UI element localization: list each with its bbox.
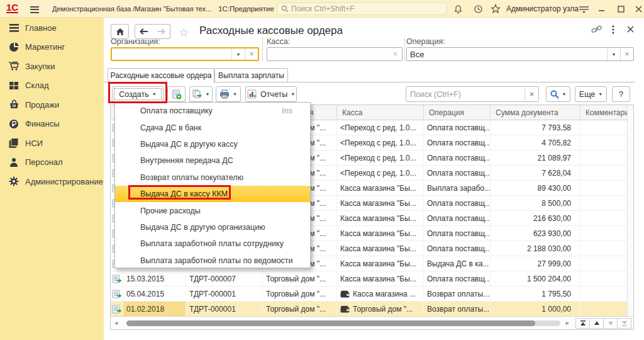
more-button[interactable]: Еще▼	[575, 86, 607, 102]
cell-sum[interactable]: 1 500 204,00	[491, 271, 580, 286]
cell-operation[interactable]: Возврат оплаты...	[424, 302, 491, 316]
cell-organization[interactable]: Торговый дом "...	[263, 302, 337, 316]
table-row[interactable]: 15.03.2015ТДРТ-000007Торговый дом "...Ка…	[111, 271, 633, 286]
sidebar-item-main-menu[interactable]: Главное	[0, 18, 104, 38]
column-header[interactable]: Комментарий	[580, 105, 628, 120]
scroll-right-icon[interactable]: ►	[565, 320, 570, 326]
cell-kassa[interactable]: <Переход с ред. 1.0...	[337, 135, 424, 150]
cell-number[interactable]: ТДРТ-000001	[186, 286, 263, 301]
go-up-button[interactable]	[589, 318, 604, 329]
column-header[interactable]: Операция	[424, 105, 491, 120]
column-header[interactable]: Сумма документа	[491, 105, 580, 120]
menu-item[interactable]: Выплата заработной платы по ведомости	[115, 252, 310, 269]
sidebar-item-personnel[interactable]: Персонал	[0, 153, 104, 173]
go-first-button[interactable]	[575, 318, 590, 329]
org-filter-combobox[interactable]: ▼ ×	[111, 47, 259, 61]
operation-filter-combobox[interactable]: Все ▼ ×	[406, 47, 634, 61]
list-search-clear-icon[interactable]: ×	[525, 87, 538, 101]
cell-sum[interactable]: 623 930,00	[491, 226, 580, 241]
cell-sum[interactable]: 7 793,58	[491, 120, 580, 135]
sidebar-item-finance[interactable]: Финансы	[0, 115, 104, 134]
cell-kassa[interactable]: <Переход с ред. 1.0...	[337, 120, 424, 135]
cell-date[interactable]: 05.04.2015	[123, 286, 186, 301]
go-last-button[interactable]	[617, 318, 631, 329]
cell-date[interactable]: 15.03.2015	[123, 271, 186, 286]
cell-sum[interactable]: 2 188 030,00	[491, 241, 580, 256]
cell-kassa[interactable]: <Переход с ред. 1.0...	[337, 166, 424, 180]
cell-comment[interactable]	[580, 271, 628, 286]
close-page-icon[interactable]	[627, 25, 634, 35]
sidebar-item-sales[interactable]: Продажи	[0, 95, 104, 115]
print-button[interactable]: ▼	[216, 86, 241, 102]
menu-item[interactable]: Выдача ДС в другую кассу	[115, 136, 310, 152]
cell-sum[interactable]: 4 705,82	[491, 135, 580, 150]
cell-operation[interactable]: Оплата поставщ...	[424, 211, 491, 225]
tab-cash-orders[interactable]: Расходные кассовые ордера	[108, 68, 214, 83]
tab-salary-payment[interactable]: Выплата зарплаты	[214, 68, 288, 82]
cell-comment[interactable]	[580, 120, 628, 135]
kassa-filter-field[interactable]: ×	[267, 47, 402, 61]
org-dropdown-icon[interactable]: ▼	[231, 48, 245, 60]
menu-item[interactable]: Оплата поставщикуIns	[115, 103, 310, 119]
cell-sum[interactable]: 89 430,00	[491, 181, 580, 195]
maximize-button[interactable]	[615, 3, 626, 14]
minimize-button[interactable]	[596, 3, 608, 14]
cell-kassa[interactable]: Касса магазина "Бы...	[337, 241, 424, 256]
sidebar-item-warehouse[interactable]: Склад	[0, 76, 104, 96]
cell-operation[interactable]: Возврат оплаты...	[424, 286, 491, 301]
cell-sum[interactable]: 1 000,00	[491, 302, 580, 316]
operation-clear-icon[interactable]: ×	[620, 48, 633, 60]
cell-kassa[interactable]: <Переход с ред. 1.0...	[337, 150, 424, 165]
cell-date[interactable]: 01.02.2018	[123, 302, 186, 316]
operation-dropdown-icon[interactable]: ▼	[607, 48, 620, 60]
cell-comment[interactable]	[580, 286, 628, 301]
sidebar-item-marketing[interactable]: Маркетинг	[0, 38, 104, 57]
cell-kassa[interactable]: Касса магазина "Бы...	[337, 211, 424, 225]
global-search-input[interactable]: Поиск Ctrl+Shift+F	[277, 3, 447, 15]
cell-comment[interactable]	[580, 226, 628, 241]
favorite-page-star-icon[interactable]: ☆	[179, 26, 189, 40]
menu-item[interactable]: Сдача ДС в банк	[115, 119, 310, 135]
menu-item[interactable]: Внутренняя передача ДС	[115, 152, 310, 169]
cell-kassa[interactable]: Касса магазина "Бы...	[337, 256, 424, 271]
vertical-scrollbar[interactable]	[627, 105, 633, 317]
cell-operation[interactable]: Оплата поставщ...	[424, 120, 491, 135]
cell-sum[interactable]: 7 628,04	[491, 166, 580, 180]
cell-number[interactable]: ТДРТ-000007	[186, 271, 263, 286]
cell-comment[interactable]	[580, 150, 628, 165]
cell-comment[interactable]	[580, 241, 628, 256]
document-posted-icon[interactable]	[111, 302, 123, 316]
cell-sum[interactable]: 27 999,00	[491, 256, 580, 271]
main-menu-icon[interactable]	[30, 4, 39, 14]
cell-sum[interactable]: 216 630,00	[491, 211, 580, 225]
cell-kassa[interactable]: Касса магазина "Бы...	[337, 226, 424, 241]
get-link-icon[interactable]	[591, 25, 602, 36]
cell-kassa[interactable]: Торговый дом "...	[337, 302, 424, 316]
menu-item[interactable]: Выдача ДС в другую организацию	[115, 219, 310, 235]
close-window-button[interactable]	[633, 3, 644, 14]
menu-item[interactable]: Выплата заработной платы сотруднику	[115, 235, 310, 252]
scroll-left-icon[interactable]: ◄	[113, 320, 119, 326]
cell-kassa[interactable]: Касса магазина ...	[337, 286, 424, 301]
cell-comment[interactable]	[580, 256, 628, 271]
cell-operation[interactable]: Оплата поставщ...	[424, 196, 491, 210]
cell-operation[interactable]: Оплата поставщ...	[424, 241, 491, 256]
cell-kassa[interactable]: Касса магазина "Бы...	[337, 271, 424, 286]
kassa-clear-icon[interactable]: ×	[389, 48, 402, 60]
horizontal-scrollbar-thumb[interactable]	[126, 320, 535, 326]
sidebar-item-nsi[interactable]: НСИ	[0, 133, 104, 153]
cell-operation[interactable]: Выплата зарабо...	[424, 181, 491, 195]
current-user[interactable]: Администратор узла	[506, 4, 579, 13]
cell-operation[interactable]: Оплата поставщ...	[424, 271, 491, 286]
cell-kassa[interactable]: Касса магазина "Бы...	[337, 196, 424, 210]
cell-comment[interactable]	[580, 166, 628, 180]
go-down-button[interactable]	[603, 318, 618, 329]
document-posted-icon[interactable]	[111, 271, 123, 286]
more-actions-icon[interactable]	[612, 25, 614, 36]
cell-comment[interactable]	[580, 196, 628, 210]
find-button[interactable]: ▼	[546, 86, 570, 102]
history-icon[interactable]	[472, 3, 484, 14]
table-row[interactable]: 01.02.2018ТДРТ-000001Торговый дом "...То…	[111, 302, 633, 317]
column-header[interactable]: Касса	[337, 105, 424, 120]
notifications-bell-icon[interactable]	[452, 3, 464, 14]
